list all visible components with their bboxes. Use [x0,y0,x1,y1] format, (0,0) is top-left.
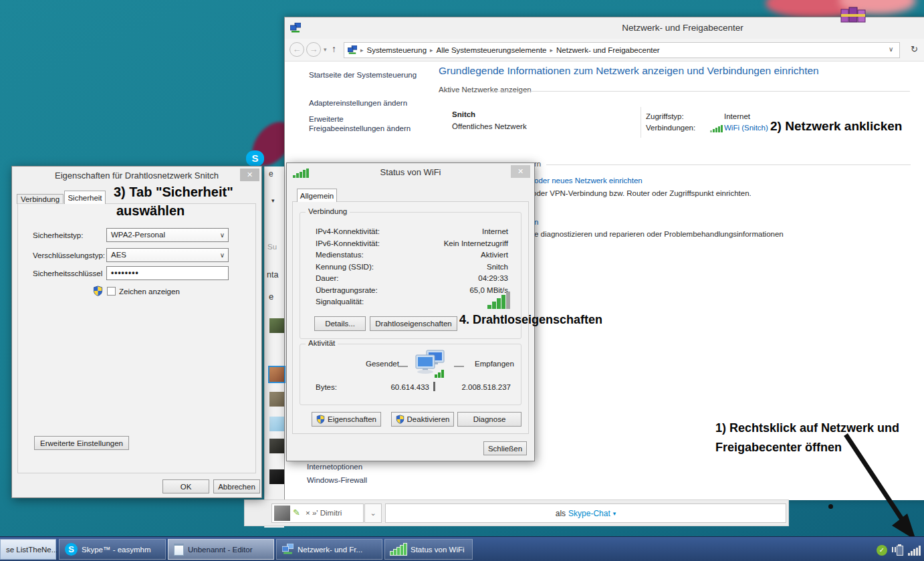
uac-shield-icon [93,286,103,296]
status-row: Dauer:04:29:33 [316,273,508,285]
chat-input-expand-button[interactable]: ⌄ [364,503,382,523]
troubleshoot-desc-fragment: e diagnostizieren und reparieren oder Pr… [534,230,784,238]
advanced-settings-button[interactable]: Erweiterte Einstellungen [34,436,129,450]
annotation-dot [828,504,833,509]
signal-quality-label: Signalqualität: [316,298,364,306]
received-label: Empfangen [475,360,514,368]
section-rule [487,91,910,92]
contact-avatar[interactable] [269,439,284,453]
dialog-titlebar: Status von WiFi ✕ [287,163,534,182]
section-rule [546,164,911,165]
annotation-arrow [829,428,924,545]
dialog-titlebar: Eigenschaften für Drahtlosnetzwerk Snitc… [12,166,261,185]
history-dropdown-icon[interactable]: ▾ [324,46,327,53]
contact-avatar[interactable] [269,318,284,333]
tab-sicherheit[interactable]: Sicherheit [64,191,106,204]
up-button[interactable]: ↑ [332,43,336,54]
taskbar-item-listthene[interactable]: se ListTheNe... [0,539,56,560]
back-button[interactable]: ← [290,42,304,57]
ok-button[interactable]: OK [162,479,209,493]
skype-chat-mode-box: als Skype-Chat ▾ [385,503,786,523]
contact-avatar[interactable] [269,469,284,484]
wifi-signal-icon [390,544,407,555]
security-type-label: Sicherheitstyp: [33,231,83,239]
breadcrumb-systemsteuerung[interactable]: Systemsteuerung [367,46,427,54]
show-characters-checkbox[interactable] [107,287,116,296]
sidebar-item-adapter[interactable]: Adaptereinstellungen ändern [309,99,407,107]
tab-verbindung[interactable]: Verbindung [17,194,64,204]
bytes-received-value: 2.008.518.237 [453,383,511,391]
cancel-button[interactable]: Abbrechen [213,479,260,493]
contact-avatar[interactable] [269,392,284,407]
taskbar-item-skype[interactable]: S Skype™ - easymhm [59,539,166,560]
address-toolbar: ← → ▾ ↑ ▸ Systemsteuerung ▸ Alle Systems… [285,39,924,62]
diagnose-button[interactable]: Diagnose [457,412,522,427]
desktop: Netzwerk- und Freigabecenter ← → ▾ ↑ ▸ S… [0,0,924,561]
refresh-button[interactable]: ↻ [911,44,918,54]
sidebar-item-windows-firewall[interactable]: Windows-Firewall [307,476,367,484]
address-dropdown-icon[interactable]: ∨ [889,45,893,53]
annotation-step4: 4. Drahtloseigenschaften [459,313,602,327]
details-button[interactable]: Details... [314,316,366,331]
taskbar-item-editor[interactable]: Unbenannt - Editor [168,539,274,560]
forward-button[interactable]: → [306,42,321,57]
access-type-label: Zugriffstyp: [646,112,684,120]
breadcrumb-alle-elemente[interactable]: Alle Systemsteuerungselemente [437,46,547,54]
sidebar-item-internetoptionen[interactable]: Internetoptionen [307,463,362,471]
contact-avatar[interactable] [269,367,284,382]
network-name: Snitch [452,110,475,118]
pencil-icon: ✎ [293,508,300,518]
security-key-field[interactable]: •••••••• [106,266,229,280]
security-type-dropdown[interactable]: WPA2-Personal ∨ [106,228,229,242]
contact-avatar[interactable] [269,417,284,431]
address-bar[interactable]: ▸ Systemsteuerung ▸ Alle Systemsteuerung… [344,42,900,58]
chevron-down-icon: ∨ [220,249,225,261]
skype-window-strip: e ▾ Su nta e [264,166,284,528]
properties-button[interactable]: Eigenschaften [312,412,381,427]
taskbar-item-wifi-status[interactable]: Status von WiFi [384,539,473,560]
window-titlebar: Netzwerk- und Freigabecenter [285,17,924,39]
network-activity-icon [411,349,448,378]
bytes-label: Bytes: [316,383,337,391]
skype-chat-input-box[interactable]: ✎ × »' Dimitri [271,503,364,523]
disable-button[interactable]: Deaktivieren [391,412,454,427]
skype-chat-mode-dropdown[interactable]: Skype-Chat [568,509,610,518]
skype-chat-bar: ✎ × »' Dimitri ⌄ als Skype-Chat ▾ [244,499,789,526]
page-title: Grundlegende Informationen zum Netzwerk … [439,65,819,77]
wireless-properties-button[interactable]: Drahtloseigenschaften [370,316,457,331]
breadcrumb-separator: ▸ [360,47,364,53]
uac-shield-icon [396,415,405,424]
status-row: Übertragungsrate:65,0 MBit/s [316,285,508,297]
tab-allgemein[interactable]: Allgemein [297,189,337,202]
breadcrumb-separator: ▸ [550,47,553,53]
network-type: Öffentliches Netzwerk [452,122,527,130]
signal-quality-icon [487,292,510,309]
skype-menu-fragment: e [269,169,273,179]
dialog-title: Status von WiFi [380,167,441,177]
skype-contacts-fragment: nta [267,270,278,279]
tray-battery-icon[interactable] [892,544,905,556]
connection-rows: IPv4-Konnektivität:Internet IPv6-Konnekt… [316,226,508,297]
tray-skype-status-icon[interactable]: ✓ [877,545,887,556]
bytes-sent-value: 60.614.433 [373,383,429,391]
annotation-step1-line2: Freigabecenter öffnen [715,441,842,455]
close-icon[interactable]: ✕ [511,165,530,178]
tray-wifi-icon[interactable] [908,546,921,556]
winrar-icon[interactable] [840,6,868,23]
skype-dropdown-icon[interactable]: ▾ [271,197,275,204]
skype-logo-icon: S [246,150,264,166]
wifi-connection-link[interactable]: WiFi (Snitch) [724,124,768,132]
close-icon[interactable]: ✕ [240,169,259,181]
sidebar-item-sharing[interactable]: Erweiterte Freigabeeinstellungen ändern [309,114,416,133]
status-row: Medienstatus:Aktiviert [316,249,508,261]
change-settings-fragment: rn [534,160,541,168]
breadcrumb-location-icon [348,45,357,55]
skype-search-fragment[interactable]: Su [267,243,277,251]
new-network-link-fragment[interactable]: oder neues Netzwerk einrichten [534,177,643,185]
taskbar-item-netzwerkcenter[interactable]: Netzwerk- und Fr... [276,539,382,560]
close-button[interactable]: Schließen [483,441,527,455]
security-key-label: Sicherheitsschlüssel [33,269,102,277]
encryption-type-dropdown[interactable]: AES ∨ [106,248,229,262]
breadcrumb-netzwerkcenter[interactable]: Netzwerk- und Freigabecenter [556,46,660,54]
sidebar-item-home[interactable]: Startseite der Systemsteuerung [309,71,417,79]
